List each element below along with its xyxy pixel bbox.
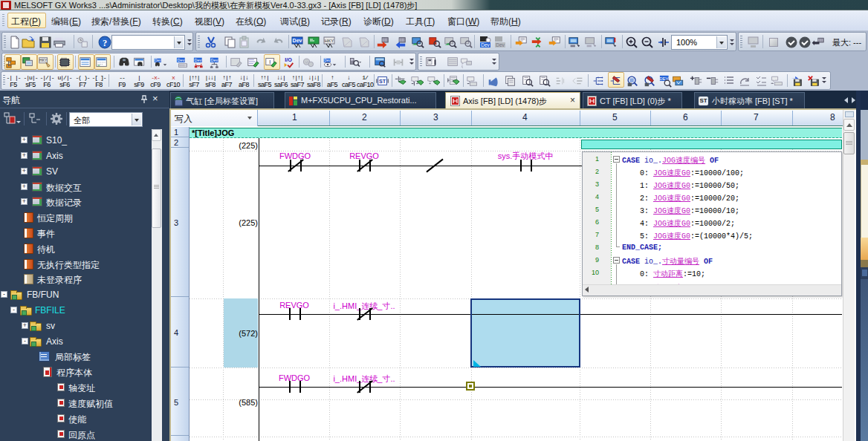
svg-text:Dev: Dev [481,42,490,48]
svg-text:I: I [269,59,271,65]
svg-text:Dev: Dev [496,42,505,48]
svg-text:Dev: Dev [324,59,331,62]
svg-text:?: ? [103,38,107,48]
svg-text:Dev: Dev [293,38,302,43]
svg-text:I/O: I/O [285,56,292,63]
svg-text:Dev: Dev [211,58,218,62]
svg-text:Dev: Dev [178,58,185,62]
svg-text:Dev: Dev [155,59,161,62]
svg-text:HKY: HKY [39,59,48,62]
svg-text:HKY: HKY [325,39,334,43]
svg-text:ST: ST [379,78,386,85]
svg-text:Dev: Dev [195,58,202,62]
